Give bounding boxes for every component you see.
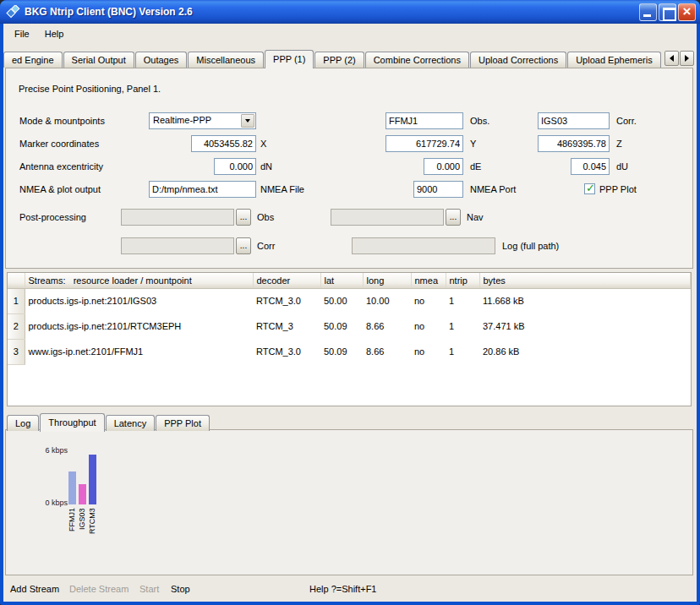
cell-decoder: RTCM_3.0 [253, 339, 320, 364]
post-corr-file-field [121, 237, 234, 254]
cell-long: 8.66 [363, 313, 411, 339]
cell-mountpoint: www.igs-ip.net:2101/FFMJ1 [25, 339, 253, 364]
col-header-lat[interactable]: lat [320, 273, 363, 288]
streams-table: Streams: resource loader / mountpoint de… [7, 272, 692, 406]
tab-ppp-2[interactable]: PPP (2) [314, 52, 364, 68]
post-obs-file-field [121, 209, 234, 226]
title-bar[interactable]: BKG Ntrip Client (BNC) Version 2.6 [0, 0, 700, 24]
cell-ntrip: 1 [446, 288, 479, 313]
chart-bar [79, 484, 86, 504]
post-nav-browse-button[interactable]: ... [446, 209, 461, 226]
tab-upload-ephemeris[interactable]: Upload Ephemeris [567, 52, 661, 68]
tab-latency[interactable]: Latency [106, 415, 156, 431]
marker-z-input[interactable] [538, 135, 610, 152]
status-bar: Add Stream Delete Stream Start Stop Help… [3, 578, 697, 602]
col-header-ntrip[interactable]: ntrip [446, 273, 479, 288]
tab-log[interactable]: Log [7, 415, 39, 431]
post-corr-browse-button[interactable]: ... [236, 237, 251, 254]
col-header-nmea[interactable]: nmea [411, 273, 446, 288]
chart-bar [68, 471, 76, 504]
cell-nmea: no [411, 339, 446, 364]
ppp1-panel: Precise Point Positioning, Panel 1. Mode… [5, 68, 693, 269]
marker-y-input[interactable] [386, 135, 463, 152]
cell-bytes: 11.668 kB [479, 288, 691, 313]
table-row[interactable]: 3 www.igs-ip.net:2101/FFMJ1 RTCM_3.0 50.… [8, 339, 691, 364]
antenna-de-input[interactable] [424, 158, 463, 175]
bar-labels: FFMJ1 IGS03 RTCM3 [68, 508, 96, 540]
mode-label: Mode & mountpoints [19, 112, 105, 129]
corner-header [8, 273, 25, 288]
y-label: Y [470, 135, 476, 152]
table-row[interactable]: 1 products.igs-ip.net:2101/IGS03 RTCM_3.… [8, 288, 691, 313]
tab-serial-output[interactable]: Serial Output [63, 52, 134, 68]
minimize-button[interactable] [639, 3, 657, 21]
cell-ntrip: 1 [446, 339, 479, 364]
nmea-file-input[interactable] [149, 181, 256, 198]
ppp-plot-checkbox[interactable] [584, 183, 595, 194]
ppp-plot-label: PPP Plot [599, 181, 637, 198]
col-header-decoder[interactable]: decoder [253, 273, 320, 288]
mode-value: Realtime-PPP [153, 115, 211, 125]
du-label: dU [616, 158, 628, 175]
bar-label: RTCM3 [89, 508, 96, 540]
post-processing-label: Post-processing [19, 209, 86, 226]
tab-combine-corrections[interactable]: Combine Corrections [365, 52, 469, 68]
nmea-file-label: NMEA File [260, 181, 304, 198]
stop-button[interactable]: Stop [171, 584, 190, 594]
ytick-min: 0 kbps [29, 499, 68, 507]
antenna-dn-input[interactable] [214, 158, 256, 175]
tab-ppp-1[interactable]: PPP (1) [265, 50, 314, 68]
nmea-label: NMEA & plot output [19, 181, 101, 198]
throughput-chart: 6 kbps 0 kbps FFMJ1 IGS03 RTCM3 [5, 429, 693, 575]
close-button[interactable] [678, 3, 696, 21]
post-log-field [352, 237, 495, 254]
antenna-label: Antenna excentricity [19, 158, 103, 175]
menu-file[interactable]: File [7, 26, 37, 41]
col-header-bytes[interactable]: bytes [479, 273, 691, 288]
tab-feed-engine[interactable]: ed Engine [3, 52, 63, 68]
row-number: 3 [8, 339, 25, 364]
table-header-row: Streams: resource loader / mountpoint de… [8, 273, 691, 288]
client-area: File Help ed Engine Serial Output Outage… [3, 24, 697, 602]
cell-long: 10.00 [363, 288, 411, 313]
ytick-max: 6 kbps [29, 446, 68, 455]
obs-label: Obs. [470, 112, 489, 129]
post-nav-label: Nav [467, 209, 484, 226]
cell-lat: 50.09 [320, 339, 363, 364]
tab-miscellaneous[interactable]: Miscellaneous [188, 52, 264, 68]
bar-label: FFMJ1 [68, 508, 76, 540]
post-corr-label: Corr [257, 237, 275, 254]
cell-bytes: 37.471 kB [479, 313, 691, 339]
tab-scroll-right-button[interactable] [680, 51, 694, 66]
panel-title: Precise Point Positioning, Panel 1. [19, 80, 161, 97]
nmea-port-input[interactable] [413, 181, 463, 198]
col-header-mountpoint[interactable]: Streams: resource loader / mountpoint [25, 273, 253, 288]
tab-scroll-left-button[interactable] [664, 51, 679, 66]
menu-help[interactable]: Help [37, 26, 72, 41]
col-header-long[interactable]: long [363, 273, 411, 288]
tab-ppp-plot[interactable]: PPP Plot [156, 415, 210, 431]
marker-label: Marker coordinates [19, 135, 99, 152]
post-obs-browse-button[interactable]: ... [236, 209, 251, 226]
app-icon [6, 4, 21, 19]
table-row[interactable]: 2 products.igs-ip.net:2101/RTCM3EPH RTCM… [8, 313, 691, 339]
start-button[interactable]: Start [139, 584, 159, 594]
app-window: BKG Ntrip Client (BNC) Version 2.6 File … [0, 0, 700, 605]
add-stream-button[interactable]: Add Stream [10, 584, 59, 594]
marker-x-input[interactable] [191, 135, 256, 152]
obs-mountpoint-input[interactable] [386, 112, 463, 129]
cell-mountpoint: products.igs-ip.net:2101/RTCM3EPH [25, 313, 253, 339]
tab-throughput[interactable]: Throughput [40, 413, 104, 432]
main-tab-bar: ed Engine Serial Output Outages Miscella… [3, 49, 697, 68]
tab-outages[interactable]: Outages [135, 52, 188, 68]
antenna-du-input[interactable] [571, 158, 610, 175]
corr-mountpoint-input[interactable] [538, 112, 610, 129]
dn-label: dN [260, 158, 272, 175]
maximize-button[interactable] [659, 3, 676, 21]
delete-stream-button[interactable]: Delete Stream [69, 584, 129, 594]
mode-dropdown[interactable]: Realtime-PPP [149, 112, 256, 129]
cell-mountpoint: products.igs-ip.net:2101/IGS03 [25, 288, 253, 313]
tab-upload-corrections[interactable]: Upload Corrections [470, 52, 566, 68]
arrow-left-icon [670, 55, 674, 62]
chevron-down-icon[interactable] [241, 114, 254, 128]
